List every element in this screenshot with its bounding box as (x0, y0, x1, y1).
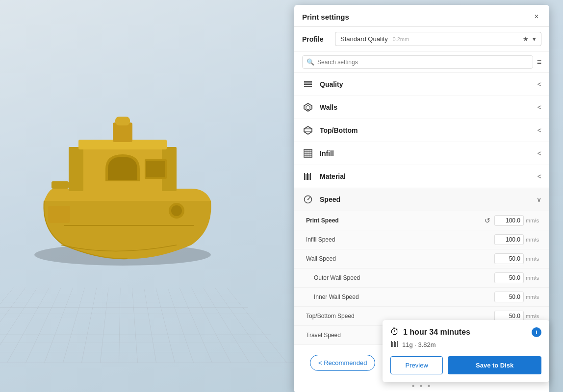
estimate-time-left: ⏱ 1 hour 34 minutes (390, 327, 470, 337)
print-speed-input-wrap: mm/s (494, 215, 541, 226)
search-icon: 🔍 (307, 58, 314, 66)
close-button[interactable]: × (532, 12, 541, 22)
category-quality[interactable]: Quality < (294, 73, 549, 96)
estimate-time-row: ⏱ 1 hour 34 minutes i (390, 327, 541, 337)
category-material[interactable]: Material < (294, 165, 549, 188)
panel-title: Print settings (302, 13, 349, 21)
estimate-material: 11g · 3.82m (402, 341, 436, 348)
inner-wall-speed-input[interactable] (494, 292, 524, 302)
reset-print-speed[interactable]: ↺ (483, 216, 492, 225)
profile-name: Standard Quality (340, 35, 388, 43)
print-speed-input[interactable] (494, 215, 524, 226)
inner-wall-speed-unit: mm/s (526, 294, 541, 300)
category-walls[interactable]: Walls < (294, 96, 549, 119)
infill-speed-label: Infill Speed (306, 236, 494, 243)
profile-sub: 0.2mm (392, 36, 409, 42)
outer-wall-speed-input[interactable] (494, 272, 524, 283)
svg-rect-16 (304, 84, 312, 85)
speed-row-outer-wall: Outer Wall Speed mm/s (294, 269, 549, 288)
speed-row-inner-wall: Inner Wall Speed mm/s (294, 288, 549, 307)
outer-wall-speed-input-wrap: mm/s (494, 272, 541, 283)
svg-rect-15 (304, 81, 312, 83)
category-quality-label: Quality (320, 80, 537, 88)
topbottom-speed-unit: mm/s (526, 313, 541, 319)
profile-select-icons: ★ ▾ (523, 35, 536, 43)
category-material-label: Material (320, 172, 537, 180)
print-speed-label: Print Speed (306, 217, 483, 224)
svg-rect-17 (304, 86, 312, 87)
infill-icon (302, 147, 314, 159)
profile-select[interactable]: Standard Quality 0.2mm ★ ▾ (335, 32, 541, 46)
material-chevron: < (537, 172, 541, 180)
category-speed[interactable]: Speed ∨ (294, 188, 549, 211)
category-infill-label: Infill (320, 149, 537, 157)
speed-row-infill: Infill Speed mm/s (294, 230, 549, 249)
category-infill[interactable]: Infill < (294, 142, 549, 165)
topbottom-icon (302, 124, 314, 136)
info-icon[interactable]: i (532, 327, 541, 337)
estimate-time: 1 hour 34 minutes (403, 328, 470, 337)
svg-rect-11 (48, 206, 70, 223)
search-input-wrap: 🔍 (302, 55, 533, 69)
speed-row-wall: Wall Speed mm/s (294, 249, 549, 269)
outer-wall-speed-label: Outer Wall Speed (314, 274, 494, 281)
search-row: 🔍 ≡ (294, 51, 549, 73)
svg-point-13 (171, 205, 182, 216)
quality-icon (302, 78, 314, 90)
profile-row: Profile Standard Quality 0.2mm ★ ▾ (294, 27, 549, 51)
infill-speed-input-wrap: mm/s (494, 234, 541, 245)
svg-rect-9 (115, 117, 130, 125)
recommended-button[interactable]: < Recommended (310, 355, 375, 371)
topbottom-speed-label: Top/Bottom Speed (306, 313, 494, 319)
chevron-down-icon[interactable]: ▾ (533, 35, 536, 43)
speed-chevron: ∨ (537, 196, 541, 203)
category-speed-label: Speed (320, 196, 537, 203)
category-topbottom[interactable]: Top/Bottom < (294, 119, 549, 142)
wall-speed-unit: mm/s (526, 256, 541, 262)
search-input[interactable] (317, 59, 529, 66)
star-icon[interactable]: ★ (523, 35, 529, 43)
category-walls-label: Walls (320, 103, 537, 111)
svg-rect-3 (69, 147, 83, 191)
category-topbottom-label: Top/Bottom (320, 126, 537, 134)
inner-wall-speed-input-wrap: mm/s (494, 292, 541, 302)
clock-icon: ⏱ (390, 327, 399, 337)
estimate-panel: ⏱ 1 hour 34 minutes i 11g · 3.82m Previe… (383, 320, 549, 382)
svg-rect-10 (51, 181, 69, 189)
wall-speed-label: Wall Speed (306, 255, 494, 262)
profile-label: Profile (302, 35, 329, 43)
estimate-buttons: Preview Save to Disk (390, 356, 541, 374)
speed-icon (302, 194, 314, 205)
grid-floor (0, 288, 294, 363)
svg-point-37 (307, 199, 308, 200)
quality-chevron: < (537, 80, 541, 88)
estimate-material-row: 11g · 3.82m (390, 340, 541, 349)
menu-icon[interactable]: ≡ (537, 58, 541, 67)
svg-rect-7 (146, 161, 165, 177)
svg-marker-19 (306, 105, 310, 110)
topbottom-chevron: < (537, 126, 541, 134)
inner-wall-speed-label: Inner Wall Speed (314, 294, 494, 300)
print-speed-unit: mm/s (526, 218, 541, 223)
profile-select-content: Standard Quality 0.2mm (340, 35, 409, 43)
infill-speed-unit: mm/s (526, 237, 541, 243)
material-icon (302, 171, 314, 182)
svg-marker-20 (304, 126, 312, 134)
walls-chevron: < (537, 103, 541, 111)
infill-chevron: < (537, 149, 541, 157)
walls-icon (302, 101, 314, 113)
material-spool-icon (390, 340, 398, 349)
save-to-disk-button[interactable]: Save to Disk (448, 356, 541, 374)
infill-speed-input[interactable] (494, 234, 524, 245)
preview-button[interactable]: Preview (390, 356, 443, 374)
boat-model (15, 64, 260, 289)
panel-header: Print settings × (294, 5, 549, 27)
wall-speed-input-wrap: mm/s (494, 253, 541, 264)
wall-speed-input[interactable] (494, 253, 524, 264)
speed-row-print: Print Speed ↺ mm/s (294, 211, 549, 230)
outer-wall-speed-unit: mm/s (526, 275, 541, 281)
